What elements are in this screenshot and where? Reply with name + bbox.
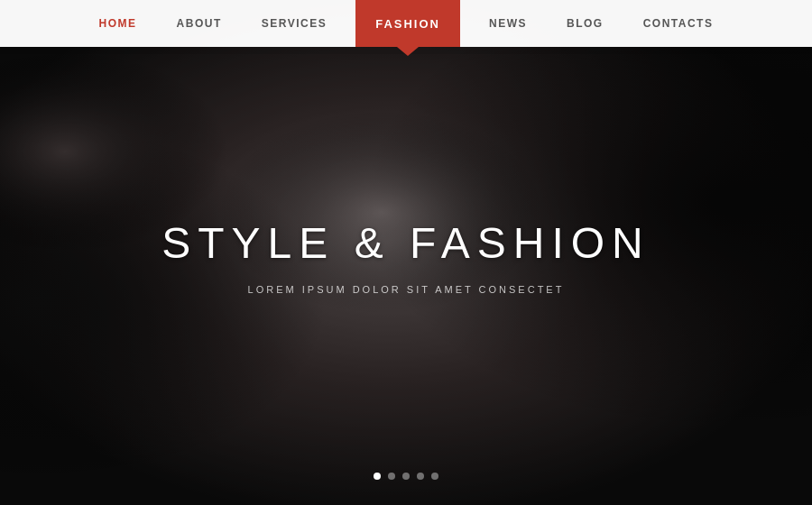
slider-dot-2[interactable] (388, 473, 395, 480)
slider-dot-4[interactable] (417, 473, 424, 480)
nav-brand[interactable]: FASHION (355, 0, 460, 47)
nav-logo: FASHION (355, 0, 460, 47)
nav-item-contacts[interactable]: CONTACTS (623, 0, 734, 47)
hero-section: HOME ABOUT SERVICES FASHION NEWS BLOG CO… (0, 0, 812, 505)
nav-item-services[interactable]: SERVICES (242, 0, 346, 47)
nav-item-blog[interactable]: BLOG (547, 0, 623, 47)
navbar: HOME ABOUT SERVICES FASHION NEWS BLOG CO… (0, 0, 812, 47)
slider-dot-5[interactable] (431, 473, 438, 480)
nav-item-about[interactable]: ABOUT (157, 0, 242, 47)
hero-subtitle: LOREM IPSUM DOLOR SIT AMET CONSECTET (135, 284, 677, 295)
slider-dots (374, 473, 438, 480)
nav-item-news[interactable]: NEWS (469, 0, 547, 47)
slider-dot-1[interactable] (374, 473, 381, 480)
nav-item-home[interactable]: HOME (79, 0, 157, 47)
hero-title: STYLE & FASHION (135, 218, 677, 268)
slider-dot-3[interactable] (402, 473, 410, 480)
hero-content: STYLE & FASHION LOREM IPSUM DOLOR SIT AM… (135, 218, 677, 295)
nav-items: HOME ABOUT SERVICES FASHION NEWS BLOG CO… (79, 0, 734, 47)
